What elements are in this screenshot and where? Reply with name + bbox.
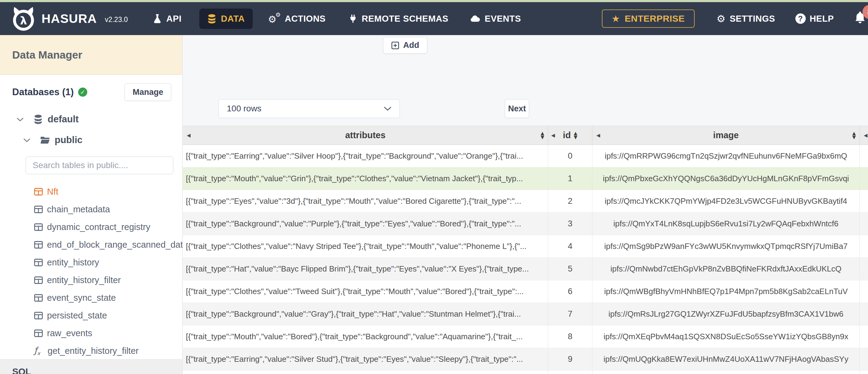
next-page-button[interactable]: Next — [505, 99, 529, 118]
table-row[interactable]: [{"trait_type":"Background","value":"Gra… — [183, 303, 868, 325]
enterprise-label: ENTERPRISE — [625, 13, 685, 24]
nav-item-label: REMOTE SCHEMAS — [362, 14, 448, 24]
collapse-column-icon[interactable] — [596, 133, 600, 138]
function-item[interactable]: get_entity_history_filter — [0, 342, 182, 360]
collapse-column-icon[interactable] — [187, 133, 190, 138]
cell-image: ipfs://QmSg9bPzW9anFYc3wWU5KnvymwkxQTpmq… — [592, 235, 860, 257]
cell-id: 8 — [548, 325, 592, 348]
function-icon — [34, 345, 43, 356]
add-row-button[interactable]: Add — [383, 37, 427, 54]
table-item[interactable]: entity_history_filter — [0, 271, 182, 289]
tree-node-schema[interactable]: public — [0, 134, 182, 146]
brand[interactable]: λ HASURA v2.23.0 — [10, 5, 128, 32]
brand-name: HASURA — [41, 11, 97, 26]
rows-per-page-select[interactable]: 100 rows — [219, 99, 400, 118]
cell-attributes: [{"trait_type":"Earring","value":"Silver… — [183, 348, 548, 370]
nav-item-data[interactable]: DATA — [199, 8, 253, 29]
column-header-attributes[interactable]: attributes — [183, 126, 548, 145]
cell-image: ipfs://QmNwbd7ctEhGpVkP8nZvBBQfiNeFKRdxf… — [592, 258, 860, 280]
table-item-label: chain_metadata — [47, 205, 110, 214]
sort-icon[interactable] — [852, 131, 856, 139]
cell-image: ipfs://QmWBgfBhyVmHNhBfEQ7p1P4Mpn7pm5b8K… — [592, 280, 860, 303]
search-tables-input[interactable] — [26, 156, 173, 174]
help-icon: ? — [795, 13, 806, 24]
database-icon — [34, 115, 43, 124]
table-grid-icon — [34, 241, 43, 249]
table-row[interactable]: [{"trait_type":"Clothes","value":"Navy S… — [183, 235, 868, 258]
database-name: default — [48, 114, 79, 125]
folder-open-icon — [40, 136, 50, 144]
column-header-overflow[interactable] — [860, 126, 868, 145]
cell-overflow — [860, 145, 868, 167]
column-header-id[interactable]: id — [548, 126, 592, 145]
collapse-column-icon[interactable] — [551, 133, 555, 138]
cell-id — [548, 371, 592, 374]
cell-id: 2 — [548, 190, 592, 212]
nav-item-events[interactable]: EVENTS — [470, 14, 521, 24]
cell-overflow — [860, 213, 868, 235]
table-grid-icon — [34, 206, 43, 213]
manage-button[interactable]: Manage — [125, 83, 171, 101]
table-item[interactable]: end_of_block_range_scanned_data — [0, 236, 182, 253]
gears-icon — [268, 13, 280, 24]
cell-image: ipfs://QmRRPWG96cmgTn2qSzjwr2qvfNEuhunv6… — [592, 145, 860, 167]
cell-overflow — [860, 258, 868, 280]
table-row[interactable]: [{"trait_type":"Earring","value":"Silver… — [183, 348, 868, 371]
cell-image: ipfs://QmXEqPbvM4aq1SQSXN8DSuEcSo5SseYW1… — [592, 325, 860, 348]
column-label: attributes — [183, 130, 548, 140]
table-row[interactable]: [{"trait_type":"Eyes","value":"3d"},{"tr… — [183, 190, 868, 213]
table-grid-icon — [34, 223, 43, 231]
table-row[interactable]: [{"trait_type":"Earring","value":"Silver… — [183, 145, 868, 167]
table-item[interactable]: persisted_state — [0, 307, 182, 324]
help-label: HELP — [810, 14, 834, 24]
column-header-image[interactable]: image — [592, 126, 860, 145]
cell-id: 1 — [548, 167, 592, 190]
tree-node-database[interactable]: default — [0, 114, 182, 125]
add-square-icon — [391, 41, 399, 50]
sidebar: Data Manager Databases (1) Manage defaul… — [0, 35, 183, 374]
tables-list: Nft chain_metadata dynamic_contract_regi… — [0, 183, 182, 360]
table-item-label: end_of_block_range_scanned_data — [47, 240, 188, 250]
chevron-down-icon[interactable] — [23, 138, 31, 143]
enterprise-button[interactable]: ENTERPRISE — [602, 9, 695, 28]
nav-item-label: EVENTS — [485, 14, 521, 24]
cell-id: 9 — [548, 348, 592, 370]
table-item[interactable]: dynamic_contract_registry — [0, 218, 182, 236]
table-grid-icon — [34, 259, 43, 266]
table-item-nft[interactable]: Nft — [0, 183, 182, 200]
table-grid-icon — [34, 188, 43, 195]
cell-id: 4 — [548, 235, 592, 257]
nav-item-help[interactable]: ? HELP — [795, 13, 834, 24]
add-button-label: Add — [403, 40, 419, 50]
cell-attributes: [{"trait_type":"Mouth","value":"Bored"},… — [183, 325, 548, 348]
nav-item-actions[interactable]: ACTIONS — [268, 13, 326, 24]
table-item[interactable]: entity_history — [0, 253, 182, 271]
cell-id: 6 — [548, 280, 592, 303]
page-title: Data Manager — [0, 35, 182, 75]
sort-icon[interactable] — [540, 131, 544, 139]
top-navbar: λ HASURA v2.23.0 API DATA — [0, 2, 868, 35]
table-item[interactable]: chain_metadata — [0, 200, 182, 218]
nav-item-settings[interactable]: SETTINGS — [717, 14, 775, 24]
nav-item-api[interactable]: API — [153, 14, 182, 24]
nav-item-label: DATA — [221, 14, 245, 24]
nav-item-remote-schemas[interactable]: REMOTE SCHEMAS — [349, 14, 448, 24]
sidebar-footer-sql[interactable]: SQL — [0, 360, 182, 374]
flask-icon — [153, 14, 162, 24]
table-row[interactable]: [{"trait_type":"Clothes","value":"Tweed … — [183, 280, 868, 303]
chevron-down-icon[interactable] — [17, 117, 24, 122]
table-row[interactable]: [{"trait_type":"Background","value":"Pur… — [183, 213, 868, 235]
table-grid-icon — [34, 294, 43, 302]
settings-label: SETTINGS — [730, 14, 775, 24]
nav-right: ENTERPRISE SETTINGS ? HELP 8 — [602, 9, 868, 28]
sort-icon[interactable] — [574, 131, 578, 139]
table-item[interactable]: raw_events — [0, 324, 182, 342]
notifications-bell[interactable]: 8 — [854, 11, 867, 26]
table-row[interactable]: [{"trait_type":"Hat","value":"Bayc Flipp… — [183, 258, 868, 280]
cell-id: 7 — [548, 303, 592, 325]
table-row[interactable]: [{"trait_type":"Mouth","value":"Bored"},… — [183, 325, 868, 348]
table-item[interactable]: event_sync_state — [0, 289, 182, 307]
databases-label-group: Databases (1) — [12, 87, 87, 98]
collapse-column-icon[interactable] — [864, 133, 867, 138]
table-row-highlighted[interactable]: [{"trait_type":"Mouth","value":"Grin"},{… — [183, 167, 868, 190]
